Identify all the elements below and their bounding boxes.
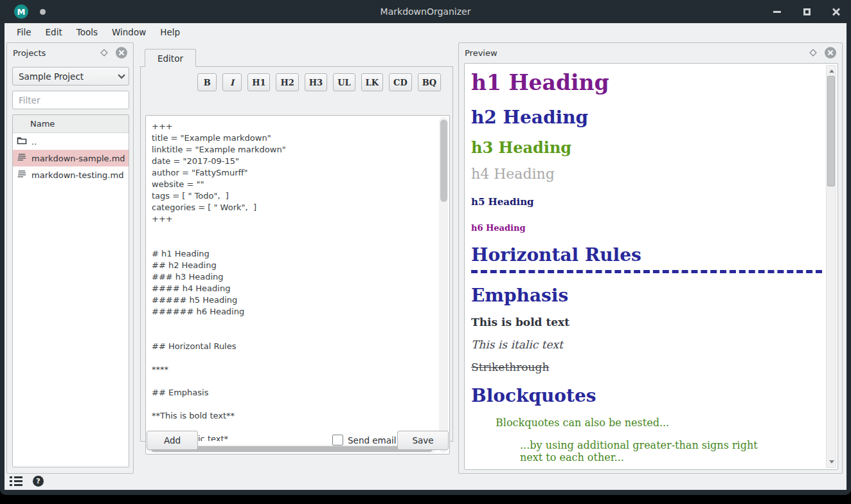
file-icon: [17, 170, 27, 180]
file-row[interactable]: markdown-sample.md: [13, 150, 129, 166]
toolbar-button-b[interactable]: B: [197, 73, 217, 91]
send-email-option[interactable]: Send email: [332, 435, 397, 446]
file-name: markdown-testing.md: [31, 170, 123, 180]
chevron-down-icon: [118, 71, 125, 78]
filter-input[interactable]: [12, 91, 129, 109]
maximize-icon[interactable]: [801, 6, 812, 17]
file-list-header: Name: [13, 115, 129, 133]
float-panel-icon[interactable]: [100, 49, 107, 56]
preview-panel: Preview h1 Headingh2 Headingh3 Headingh4…: [458, 42, 843, 474]
scrollbar-thumb[interactable]: [827, 76, 835, 186]
file-icon: [17, 153, 27, 163]
preview-h1: h1 Heading: [471, 70, 822, 95]
preview-h2: Horizontal Rules: [471, 244, 822, 266]
add-button[interactable]: Add: [147, 431, 198, 450]
main-area: FileEditToolsWindowHelp Projects Sample …: [4, 23, 847, 490]
preview-h4: h4 Heading: [471, 166, 822, 182]
toolbar-button-lk[interactable]: LK: [361, 73, 383, 91]
menubar: FileEditToolsWindowHelp: [4, 23, 847, 40]
preview-scrollbar[interactable]: [826, 65, 836, 468]
preview-panel-title: Preview: [465, 48, 811, 58]
file-row[interactable]: markdown-testing.md: [13, 166, 129, 183]
scrollbar-thumb[interactable]: [440, 120, 447, 202]
close-panel-icon[interactable]: [825, 47, 836, 59]
close-icon[interactable]: [830, 6, 842, 17]
preview-h6: h6 Heading: [471, 223, 822, 233]
editor-vertical-scrollbar[interactable]: [439, 117, 448, 453]
menu-item-tools[interactable]: Tools: [69, 24, 105, 40]
preview-h2: Blockquotes: [471, 385, 822, 406]
menu-item-file[interactable]: File: [10, 24, 39, 40]
preview-viewport: h1 Headingh2 Headingh3 Headingh4 Heading…: [464, 63, 838, 470]
help-icon[interactable]: ?: [33, 476, 44, 487]
project-selector-value: Sample Project: [19, 71, 84, 82]
file-row[interactable]: ..: [13, 133, 129, 150]
preview-h2: Emphasis: [471, 285, 822, 306]
editor-tab-pane: BIH1H2H3ULLKCDBQ +++ title = "Example ma…: [140, 66, 453, 442]
preview-italic: This is italic text: [471, 338, 822, 351]
folder-icon: [17, 136, 27, 147]
toolbar-button-ul[interactable]: UL: [333, 73, 355, 91]
log-list-icon[interactable]: [10, 476, 22, 486]
toolbar-button-h3[interactable]: H3: [305, 73, 327, 91]
preview-h2: h2 Heading: [471, 107, 822, 128]
preview-strike: Strikethrough: [471, 361, 822, 374]
scroll-up-icon[interactable]: [829, 69, 834, 73]
preview-h3: h3 Heading: [471, 138, 822, 157]
tab-editor[interactable]: Editor: [145, 49, 196, 67]
app-window: M MarkdownOrganizer FileEditToolsWindowH…: [0, 0, 851, 495]
menu-item-edit[interactable]: Edit: [39, 24, 69, 40]
toolbar-button-h2[interactable]: H2: [276, 73, 298, 91]
send-email-checkbox[interactable]: [332, 435, 343, 446]
editor-actions: Add Send email Save: [140, 431, 453, 450]
send-email-label: Send email: [348, 435, 397, 446]
file-name: markdown-sample.md: [31, 154, 125, 163]
preview-dashed-rule: [471, 270, 822, 273]
toolbar-button-h1[interactable]: H1: [247, 73, 270, 91]
window-title: MarkdownOrganizer: [0, 6, 851, 17]
toolbar-button-bq[interactable]: BQ: [418, 73, 441, 91]
statusbar: ?: [10, 474, 44, 488]
toolbar-button-i[interactable]: I: [222, 73, 242, 91]
projects-panel-title: Projects: [13, 48, 102, 58]
editor-panel: Editor BIH1H2H3ULLKCDBQ +++ title = "Exa…: [140, 42, 453, 474]
file-name: ..: [31, 137, 37, 147]
editor-content[interactable]: +++ title = "Example markdown" linktitle…: [152, 121, 436, 441]
file-list: Name ..markdown-sample.mdmarkdown-testin…: [12, 114, 129, 467]
preview-blockquote: Blockquotes can also be nested...: [496, 417, 822, 429]
menu-item-help[interactable]: Help: [153, 24, 187, 40]
toolbar-button-cd[interactable]: CD: [389, 73, 412, 91]
save-button[interactable]: Save: [397, 431, 449, 450]
titlebar: M MarkdownOrganizer: [0, 0, 851, 23]
preview-content: h1 Headingh2 Headingh3 Headingh4 Heading…: [471, 64, 822, 467]
float-panel-icon[interactable]: [809, 49, 816, 56]
markdown-toolbar: BIH1H2H3ULLKCDBQ: [197, 73, 441, 91]
menu-item-window[interactable]: Window: [105, 24, 153, 40]
minimize-icon[interactable]: [771, 6, 783, 17]
editor-textbox[interactable]: +++ title = "Example markdown" linktitle…: [145, 115, 450, 455]
scroll-down-icon[interactable]: [829, 460, 834, 464]
projects-panel: Projects Sample Project Name ..markdown-…: [6, 42, 134, 474]
preview-bold: This is bold text: [471, 316, 822, 328]
close-panel-icon[interactable]: [116, 47, 127, 59]
preview-h5: h5 Heading: [471, 196, 822, 208]
preview-blockquote: ...by using additional greater-than sign…: [520, 439, 777, 464]
project-selector[interactable]: Sample Project: [12, 67, 129, 86]
